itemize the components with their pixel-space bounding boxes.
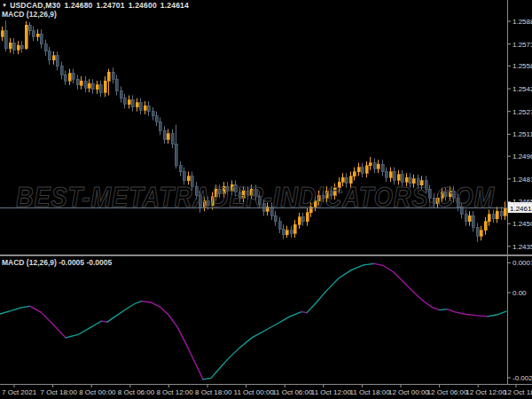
candle-body: [60, 66, 63, 74]
candle-body: [298, 217, 301, 224]
candle-body: [144, 106, 146, 110]
price-axis-label: 1.24505: [512, 220, 532, 228]
candle-body: [465, 215, 467, 222]
candle-body: [480, 231, 482, 237]
price-axis-label: 1.25885: [512, 18, 532, 26]
time-axis-label: 8 Oct 00:00: [79, 388, 116, 396]
candle-body: [64, 74, 66, 81]
time-axis-label: 7 Oct 18:00: [41, 388, 78, 396]
collapse-ohlc-icon[interactable]: ▼: [2, 3, 7, 8]
candle-body: [1, 31, 4, 37]
candle-body: [88, 83, 90, 88]
price-axis-label: 1.24350: [512, 243, 532, 251]
macd-line-segment: [142, 301, 203, 379]
candle-body: [80, 81, 82, 85]
candle-body: [72, 74, 74, 80]
candle-body: [286, 231, 288, 235]
macd-line-segment: [447, 309, 488, 317]
price-axis-label: 1.24965: [512, 153, 532, 160]
candle-body: [36, 34, 39, 36]
candle-body: [468, 215, 471, 222]
macd-line-segment: [440, 309, 447, 310]
candle-body: [115, 79, 118, 90]
candle-body: [155, 116, 158, 122]
candle-body: [84, 81, 87, 88]
watermark-text: BEST-METATRADER-INDICATORS.COM: [16, 182, 495, 213]
candle-body: [17, 45, 20, 50]
time-axis-label: 8 Oct 12:00: [156, 388, 193, 396]
candle-body: [377, 164, 379, 168]
candle-body: [500, 211, 503, 215]
candle-body: [393, 172, 395, 181]
candle-body: [139, 103, 142, 110]
candle-body: [128, 100, 130, 105]
candle-body: [183, 172, 185, 181]
candle-body: [112, 72, 114, 79]
candle-body: [290, 231, 293, 233]
candle-body: [293, 224, 296, 233]
candle-body: [301, 217, 304, 222]
time-axis-label: 8 Oct 06:00: [118, 388, 155, 396]
candle-body: [96, 85, 98, 90]
candle-body: [361, 168, 364, 174]
time-axis-label: 11 Oct 18:00: [349, 388, 390, 396]
price-axis-label: 1.25580: [512, 62, 532, 70]
time-axis-label: 12 Oct 12:00: [466, 388, 506, 396]
candle-body: [306, 213, 309, 222]
macd-line-segment: [66, 321, 101, 338]
price-axis-label: 1.25115: [512, 130, 532, 138]
ohlc-close: 1.24614: [160, 1, 189, 10]
candle-body: [32, 31, 35, 37]
time-axis-label: 11 Oct 06:00: [272, 388, 313, 396]
macd-line-segment: [107, 301, 142, 323]
price-axis-label: 1.25730: [512, 41, 532, 49]
candle-body: [163, 130, 166, 139]
candle-body: [9, 43, 12, 49]
time-axis-label: 11 Oct 00:00: [234, 388, 275, 396]
candle-body: [369, 163, 372, 166]
candle-body: [131, 100, 134, 107]
candle-body: [4, 31, 7, 49]
candle-body: [44, 44, 47, 51]
macd-line-segment: [488, 311, 506, 317]
macd-line-segment: [0, 306, 30, 314]
candle-body: [76, 79, 79, 85]
candle-body: [385, 172, 387, 178]
time-axis-label: 7 Oct 2021: [2, 388, 37, 396]
candle-body: [278, 222, 281, 229]
candle-body: [357, 168, 360, 172]
time-axis-label: 12 Oct 18:00: [504, 388, 532, 396]
candle-body: [476, 227, 479, 236]
candle-body: [52, 56, 55, 60]
time-axis-label: 12 Oct 06:00: [427, 388, 468, 396]
candle-body: [187, 176, 190, 181]
candle-body: [20, 45, 23, 48]
candle-body: [107, 72, 110, 81]
candle-body: [389, 172, 392, 178]
ohlc-low: 1.24600: [129, 1, 157, 10]
price-axis-label: 1.25425: [512, 85, 532, 93]
chart-canvas: BEST-METATRADER-INDICATORS.COM 1.24614 1…: [0, 0, 532, 399]
candle-body: [91, 83, 94, 90]
candle-body: [488, 215, 490, 222]
candle-body: [179, 166, 182, 172]
time-axis-label: 11 Oct 12:00: [311, 388, 352, 396]
macd-line-segment: [30, 306, 66, 338]
macd-axis-label: 0.00: [512, 289, 527, 297]
candle-body: [175, 144, 177, 166]
candle-body: [136, 103, 138, 107]
macd-axis-label: 0.0007: [512, 259, 532, 267]
candle-body: [152, 112, 154, 116]
ohlc-open: 1.24680: [64, 1, 92, 10]
candle-body: [274, 215, 277, 222]
candle-body: [48, 51, 51, 60]
macd-pane[interactable]: [0, 263, 506, 379]
candle-body: [171, 134, 174, 145]
macd-axis-label: -0.002: [512, 374, 532, 382]
price-axis-label: 1.24810: [512, 176, 532, 184]
time-axis-label: 12 Oct 00:00: [388, 388, 429, 396]
main-indicator-label: MACD (12,26,9): [2, 10, 57, 19]
candle-body: [472, 215, 474, 227]
ohlc-high: 1.24701: [97, 1, 125, 10]
candle-body: [12, 43, 15, 50]
